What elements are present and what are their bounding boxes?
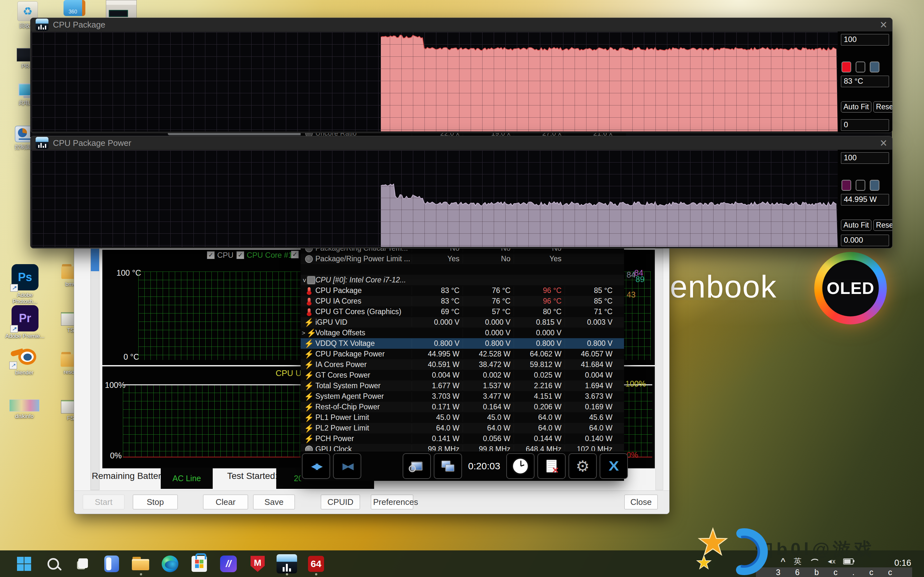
desktop-icon-pr[interactable]: PrAdobe Premie... — [5, 305, 45, 340]
taskbar-start-icon[interactable] — [12, 552, 36, 576]
sensor-row[interactable]: GPU Clock99.8 MHz99.8 MHz648.4 MHz102.0 … — [300, 444, 624, 451]
sensor-row[interactable]: ⚡IA Cores Power40.591 W38.472 W59.812 W4… — [300, 359, 624, 370]
checkbox-icon[interactable]: ✓ — [291, 251, 299, 258]
report-reset-button[interactable] — [537, 453, 565, 479]
sensor-name: CPU [#0]: Intel Core i7-12... — [315, 276, 412, 284]
sensor-row[interactable]: CPU GT Cores (Graphics)69 °C57 °C80 °C71… — [300, 306, 624, 317]
sensor-name: PL2 Power Limit — [315, 424, 412, 432]
close-icon[interactable]: × — [880, 20, 887, 29]
sensor-value: 64.0 W — [514, 424, 565, 432]
taskbar-store-icon[interactable] — [187, 552, 211, 576]
chevron-right-icon[interactable]: > — [302, 330, 305, 337]
bolt-icon: ⚡ — [304, 371, 314, 380]
clock-time[interactable]: 0:16 — [894, 558, 911, 568]
sensor-row[interactable]: CPU Package83 °C76 °C96 °C85 °C — [300, 285, 624, 296]
temp-axis-max: 100 °C — [116, 268, 141, 277]
sensor-row[interactable]: ⚡CPU Package Power44.995 W42.528 W64.062… — [300, 349, 624, 359]
series-color-swatch[interactable] — [842, 61, 851, 73]
sensor-row[interactable]: ⚡PL2 Power Limit64.0 W64.0 W64.0 W64.0 W — [300, 423, 624, 434]
sensor-value: 85 °C — [565, 286, 615, 295]
checkbox-icon[interactable]: ✓ — [236, 251, 244, 259]
sensor-value: Yes — [514, 255, 565, 263]
sensor-row[interactable]: ⚡System Agent Power3.703 W3.477 W4.151 W… — [300, 391, 624, 402]
grid-color-swatch[interactable] — [870, 180, 879, 191]
sensor-row[interactable]: ⚡VDDQ TX Voltage0.800 V0.800 V0.800 V0.8… — [300, 338, 624, 349]
scale-max-input[interactable]: 100 — [841, 34, 889, 45]
sensor-name: Voltage Offsets — [315, 329, 412, 337]
clock-button[interactable] — [506, 453, 535, 479]
titlebar[interactable]: CPU Package Power × — [31, 136, 892, 150]
taskbar-hwmonitor-64-icon[interactable]: 64 — [304, 552, 328, 576]
taskbar-search-icon[interactable] — [41, 552, 65, 576]
scale-min-input[interactable]: 0.000 — [841, 235, 889, 246]
sensor-value: 96 °C — [514, 286, 565, 295]
scale-max-input[interactable]: 100 — [841, 152, 889, 164]
sensor-value: 0.000 V — [514, 329, 565, 337]
sensor-name: Rest-of-Chip Power — [315, 403, 412, 411]
settings-button[interactable]: ⚙ — [569, 453, 597, 479]
mini-utility-window[interactable] — [106, 0, 137, 19]
sensor-row[interactable] — [300, 264, 624, 275]
taskbar-widgets-icon[interactable] — [100, 552, 124, 576]
sensor-value: Yes — [412, 255, 463, 263]
titlebar[interactable]: CPU Package × — [31, 18, 892, 31]
preferences-button[interactable]: Preferences — [371, 495, 413, 509]
sensor-row[interactable]: >⚡Voltage Offsets0.000 V0.000 V — [300, 327, 624, 338]
sensor-row[interactable]: ⚡GT Cores Power0.004 W0.002 W0.025 W0.00… — [300, 370, 624, 380]
sensor-row[interactable]: ⚡PL1 Power Limit45.0 W45.0 W64.0 W45.6 W — [300, 412, 624, 423]
stop-button[interactable]: Stop — [133, 495, 178, 509]
save-button[interactable]: Save — [253, 495, 295, 509]
sensor-row[interactable]: ⚡iGPU VID0.000 V0.000 V0.815 V0.003 V — [300, 317, 624, 327]
taskbar-hwinfo-icon[interactable] — [275, 552, 299, 576]
expand-columns-button[interactable]: ◀▶ — [302, 453, 330, 479]
close-button[interactable]: Close — [624, 495, 658, 509]
desktop-icon-pic[interactable]: diskinfo — [4, 400, 45, 420]
sensor-row[interactable]: CPU IA Cores83 °C76 °C96 °C85 °C — [300, 296, 624, 306]
taskbar-explorer-icon[interactable] — [129, 552, 153, 576]
monitor-search-button[interactable] — [403, 453, 431, 479]
remote-monitors-button[interactable] — [434, 453, 462, 479]
sensor-row[interactable]: Package/Ring Power Limit ...YesNoYes — [300, 253, 624, 264]
sensor-value: 0.206 W — [514, 403, 565, 411]
graph-series-checkbox[interactable]: ✓CPU Core #1 — [236, 251, 292, 259]
desktop-icon-label: Adobe Photosh... — [5, 292, 45, 305]
background-color-swatch[interactable] — [856, 180, 865, 191]
auto-fit-button[interactable]: Auto Fit — [841, 101, 871, 113]
desktop-icon-ps[interactable]: PsAdobe Photosh... — [5, 264, 45, 305]
taskbar-slashes-app-icon[interactable]: // — [216, 552, 240, 576]
auto-fit-button[interactable]: Auto Fit — [841, 219, 871, 231]
close-icon[interactable]: × — [880, 138, 887, 148]
graph-series-checkbox[interactable]: ✓ — [291, 251, 299, 258]
reset-button[interactable]: Reset — [873, 101, 893, 113]
desktop-icon-blender[interactable]: blender — [4, 348, 45, 376]
usage-axis-max: 100% — [105, 380, 126, 390]
right-scrollbar[interactable] — [656, 248, 663, 490]
sensor-value: 3.703 W — [412, 392, 463, 401]
taskbar-task-view-icon[interactable] — [71, 552, 94, 576]
sensor-row[interactable]: ⚡Total System Power1.677 W1.537 W2.216 W… — [300, 380, 624, 391]
sensor-row[interactable]: ⚡PCH Power0.141 W0.056 W0.144 W0.140 W — [300, 434, 624, 444]
cpuid-button[interactable]: CPUID — [321, 495, 360, 509]
sensor-value: 0.025 W — [514, 371, 565, 380]
close-sensors-button[interactable]: X — [599, 453, 628, 479]
bolt-icon: ⚡ — [304, 403, 314, 412]
clear-button[interactable]: Clear — [203, 495, 248, 509]
sensor-row[interactable]: vCPU [#0]: Intel Core i7-12... — [300, 275, 624, 285]
taskbar-edge-icon[interactable] — [158, 552, 182, 576]
background-color-swatch[interactable] — [856, 61, 865, 73]
scale-min-input[interactable]: 0 — [841, 119, 889, 131]
collapse-columns-button[interactable]: ▶◀ — [333, 453, 361, 479]
grid-color-swatch[interactable] — [870, 61, 879, 73]
chevron-down-icon[interactable]: v — [303, 277, 306, 284]
bolt-icon: ⚡ — [304, 318, 314, 327]
left-scrollbar[interactable] — [90, 248, 99, 490]
sensor-row[interactable]: ⚡Rest-of-Chip Power0.171 W0.164 W0.206 W… — [300, 402, 624, 412]
reset-button[interactable]: Reset — [873, 219, 893, 231]
sensor-value: 0.140 W — [565, 434, 615, 443]
start-button[interactable]: Start — [83, 495, 124, 509]
graph-series-checkbox[interactable]: ✓CPU — [207, 251, 234, 259]
bolt-icon: ⚡ — [307, 329, 317, 338]
series-color-swatch[interactable] — [842, 180, 851, 191]
checkbox-icon[interactable]: ✓ — [207, 251, 215, 259]
taskbar-mcafee-icon[interactable]: M — [246, 552, 270, 576]
